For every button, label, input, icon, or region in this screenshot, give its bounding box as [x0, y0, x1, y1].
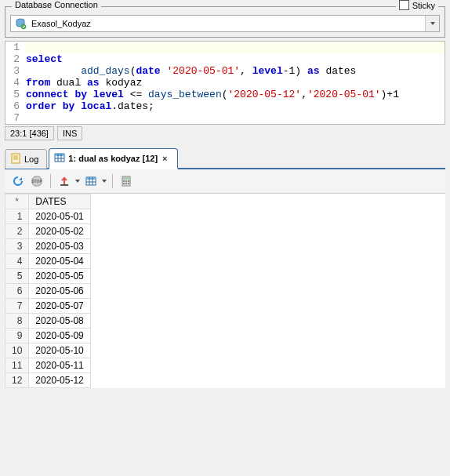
- grid-corner[interactable]: *: [5, 194, 29, 209]
- stop-button[interactable]: STOP: [28, 173, 45, 190]
- row-number[interactable]: 1: [5, 209, 29, 224]
- code-text[interactable]: select: [24, 53, 445, 65]
- tab-result-label: 1: dual as kodyaz [12]: [68, 154, 158, 163]
- grid-cell[interactable]: 2020-05-06: [29, 284, 90, 299]
- chevron-down-icon: [102, 179, 107, 183]
- row-number[interactable]: 2: [5, 224, 29, 239]
- row-number[interactable]: 11: [5, 358, 29, 373]
- code-text[interactable]: [24, 112, 445, 124]
- grid-cell[interactable]: 2020-05-07: [29, 299, 90, 314]
- table-row[interactable]: 42020-05-04: [5, 254, 91, 269]
- row-number[interactable]: 12: [5, 373, 29, 388]
- log-icon: [10, 153, 21, 165]
- line-number: 1: [5, 42, 24, 53]
- table-row[interactable]: 22020-05-02: [5, 224, 91, 239]
- grid-cell[interactable]: 2020-05-05: [29, 269, 90, 284]
- line-number: 3: [5, 65, 24, 77]
- toolbar-separator: [50, 174, 51, 188]
- code-line[interactable]: 6order by local.dates;: [5, 100, 445, 112]
- table-row[interactable]: 12020-05-01: [5, 209, 91, 224]
- svg-rect-2: [12, 154, 20, 163]
- grid-cell[interactable]: 2020-05-09: [29, 329, 90, 343]
- chevron-down-icon: [430, 20, 436, 27]
- svg-rect-23: [128, 180, 129, 182]
- table-row[interactable]: 112020-05-11: [5, 358, 91, 373]
- svg-rect-26: [128, 183, 129, 184]
- calculator-icon: [120, 175, 132, 187]
- code-text[interactable]: [24, 42, 445, 53]
- line-number: 4: [5, 77, 24, 89]
- svg-rect-15: [86, 177, 96, 180]
- row-number[interactable]: 5: [5, 269, 29, 284]
- row-number[interactable]: 9: [5, 329, 29, 343]
- sticky-label: Sticky: [412, 1, 435, 10]
- code-line[interactable]: 3 add_days(date '2020-05-01', level-1) a…: [5, 65, 445, 77]
- line-number: 5: [5, 89, 24, 100]
- row-number[interactable]: 10: [5, 343, 29, 358]
- grid-cell[interactable]: 2020-05-08: [29, 314, 90, 329]
- code-line[interactable]: 2select: [5, 53, 445, 65]
- result-toolbar: STOP: [5, 169, 445, 194]
- tab-log[interactable]: Log: [5, 149, 47, 169]
- svg-rect-25: [125, 183, 127, 184]
- grid-cell[interactable]: 2020-05-02: [29, 224, 90, 239]
- export-dropdown[interactable]: [74, 179, 81, 183]
- table-row[interactable]: 92020-05-09: [5, 329, 91, 343]
- table-row[interactable]: 72020-05-07: [5, 299, 91, 314]
- code-line[interactable]: 4from dual as kodyaz: [5, 77, 445, 89]
- table-row[interactable]: 52020-05-05: [5, 269, 91, 284]
- code-line[interactable]: 5connect by level <= days_between('2020-…: [5, 89, 445, 100]
- svg-rect-20: [123, 177, 129, 180]
- code-text[interactable]: connect by level <= days_between('2020-0…: [24, 89, 445, 100]
- grid-cell[interactable]: 2020-05-11: [29, 358, 90, 373]
- sql-editor[interactable]: 12select3 add_days(date '2020-05-01', le…: [5, 41, 445, 125]
- grid-cell[interactable]: 2020-05-12: [29, 373, 90, 388]
- table-row[interactable]: 122020-05-12: [5, 373, 91, 388]
- insert-mode: INS: [57, 126, 82, 140]
- tab-log-label: Log: [24, 154, 38, 164]
- calc-button[interactable]: [118, 173, 135, 190]
- tab-close-button[interactable]: ×: [161, 154, 169, 163]
- connection-selected: Exasol_Kodyaz: [30, 19, 425, 28]
- row-number[interactable]: 4: [5, 254, 29, 269]
- grid-cell[interactable]: 2020-05-01: [29, 209, 90, 224]
- code-line[interactable]: 1: [5, 42, 445, 53]
- tab-result[interactable]: 1: dual as kodyaz [12] ×: [49, 148, 177, 169]
- result-grid[interactable]: *DATES12020-05-0122020-05-0232020-05-034…: [5, 194, 445, 388]
- grid-view-button[interactable]: [82, 173, 100, 190]
- code-text[interactable]: order by local.dates;: [24, 100, 445, 112]
- column-header[interactable]: DATES: [29, 194, 90, 209]
- grid-cell[interactable]: 2020-05-04: [29, 254, 90, 269]
- svg-rect-24: [123, 183, 125, 184]
- groupbox-title: Database Connection: [12, 0, 101, 9]
- row-number[interactable]: 3: [5, 239, 29, 254]
- grid-cell[interactable]: 2020-05-03: [29, 239, 90, 254]
- row-number[interactable]: 8: [5, 314, 29, 329]
- cursor-position: 23:1 [436]: [5, 126, 54, 140]
- table-row[interactable]: 82020-05-08: [5, 314, 91, 329]
- grid-view-dropdown[interactable]: [101, 179, 107, 183]
- sticky-option[interactable]: Sticky: [396, 0, 438, 10]
- svg-rect-21: [123, 180, 125, 182]
- grid-cell[interactable]: 2020-05-10: [29, 343, 90, 358]
- chevron-down-icon: [75, 179, 80, 183]
- sticky-checkbox[interactable]: [399, 0, 409, 10]
- row-number[interactable]: 6: [5, 284, 29, 299]
- line-number: 2: [5, 53, 24, 65]
- code-text[interactable]: from dual as kodyaz: [24, 77, 445, 89]
- table-row[interactable]: 62020-05-06: [5, 284, 91, 299]
- dropdown-toggle-button[interactable]: [425, 16, 439, 31]
- table-row[interactable]: 102020-05-10: [5, 343, 91, 358]
- grid-icon: [85, 175, 97, 187]
- table-row[interactable]: 32020-05-03: [5, 239, 91, 254]
- table-icon: [54, 152, 65, 165]
- code-line[interactable]: 7: [5, 112, 445, 124]
- svg-point-1: [21, 24, 26, 29]
- refresh-button[interactable]: [9, 173, 27, 190]
- export-button[interactable]: [56, 173, 73, 190]
- svg-rect-22: [125, 180, 127, 182]
- database-connection-group: Database Connection Sticky Exasol_Kodyaz: [5, 6, 445, 38]
- connection-dropdown[interactable]: Exasol_Kodyaz: [10, 15, 440, 32]
- code-text[interactable]: add_days(date '2020-05-01', level-1) as …: [24, 65, 445, 77]
- row-number[interactable]: 7: [5, 299, 29, 314]
